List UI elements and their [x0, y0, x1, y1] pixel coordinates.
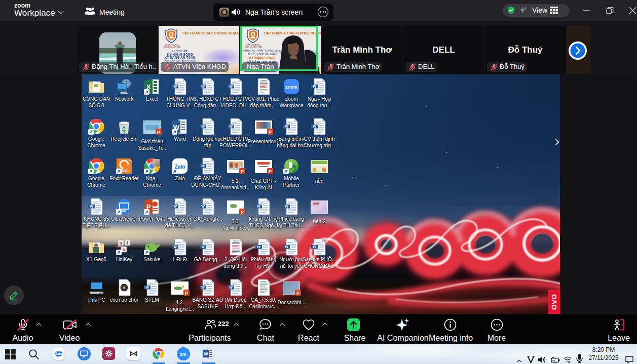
svg-text:zm: zm	[180, 352, 186, 357]
svg-text:W: W	[204, 351, 209, 356]
svg-text:Zalo: Zalo	[55, 352, 62, 355]
